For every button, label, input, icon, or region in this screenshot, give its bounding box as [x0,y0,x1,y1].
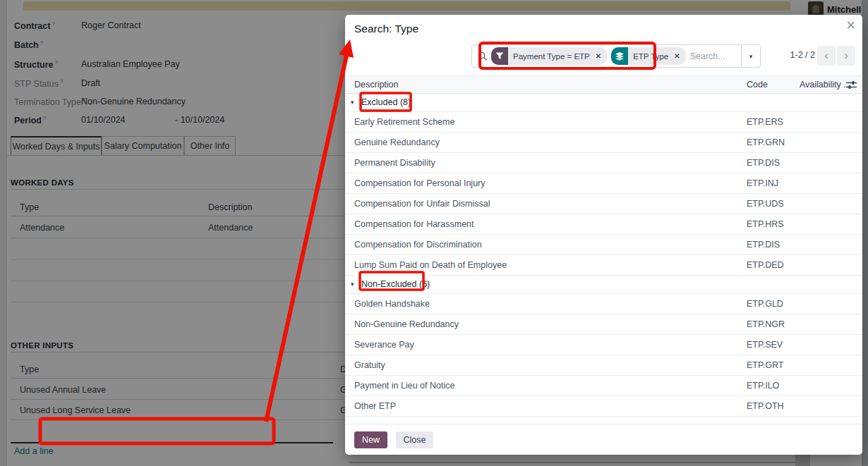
etp-type-row[interactable]: Payment in Lieu of NoticeETP.ILO [345,376,862,396]
row-description: Lump Sum Paid on Death of Employee [354,260,507,270]
dialog-title: Search: Type [354,23,418,35]
etp-type-row[interactable]: Genuine RedundancyETP.GRN [345,133,862,153]
row-code: ETP.SEV [747,340,783,350]
row-code: ETP.DED [747,260,784,270]
pager-next-button[interactable]: › [837,46,855,66]
row-description: Permanent Disability [354,158,435,168]
close-button[interactable]: Close [396,431,434,448]
row-code: ETP.ERS [747,117,783,127]
row-code: ETP.GRT [747,360,783,370]
row-code: ETP.HRS [747,219,784,229]
search-input[interactable]: Payment Type = ETP ✕ ETP Type ✕ Search..… [471,44,761,68]
screen: Mitchell A Contract? Roger Contract Batc… [0,0,868,466]
etp-type-row[interactable]: Compensation for DiscriminationETP.DIS [345,235,862,255]
etp-type-row[interactable]: Compensation for Personal InjuryETP.INJ [345,173,862,194]
row-description: Severance Pay [354,340,414,350]
row-code: ETP.DIS [747,240,780,250]
search-type-dialog: Search: Type × Payment Type = ETP ✕ ETP … [345,15,862,455]
pager-previous-button[interactable]: ‹ [817,46,836,66]
row-description: Early Retirement Scheme [354,117,454,127]
row-code: ETP.GRN [747,137,785,147]
filter-icon [491,47,508,65]
caret-down-icon: ▾ [351,281,354,288]
facet-label: ETP Type [628,52,673,61]
etp-type-row[interactable]: Compensation for Unfair DismissalETP.UDS [345,194,862,214]
facet-label: Payment Type = ETP [508,52,595,61]
etp-type-row[interactable]: Lump Sum Paid on Death of EmployeeETP.DE… [345,255,862,276]
pager-range: 1-2 / 2 [768,50,815,60]
etp-type-row[interactable]: Other ETPETP.OTH [345,396,862,417]
etp-type-row[interactable]: GratuityETP.GRT [345,355,862,376]
etp-type-row[interactable]: Compensation for HarassmentETP.HRS [345,214,862,235]
search-placeholder: Search... [690,51,741,61]
etp-type-row[interactable]: Severance PayETP.SEV [345,335,862,355]
row-code: ETP.GLD [747,299,783,309]
etp-type-row[interactable]: Golden HandshakeETP.GLD [345,294,862,314]
chevron-down-icon: ▾ [749,53,753,60]
group-label: Non-Excluded (6) [361,279,430,289]
optional-columns-icon[interactable] [846,80,857,90]
row-description: Other ETP [354,401,396,411]
group-by-icon [611,47,628,65]
remove-facet-icon[interactable]: ✕ [595,52,607,60]
row-code: ETP.ILO [747,381,779,391]
group-row[interactable]: ▾Excluded (8) [345,94,862,112]
row-code: ETP.DIS [747,158,780,168]
group-row[interactable]: ▾Non-Excluded (6) [345,276,862,294]
dialog-footer: New Close [345,424,862,455]
new-button[interactable]: New [354,431,387,448]
search-dropdown-toggle[interactable]: ▾ [741,45,760,67]
etp-type-row[interactable]: Permanent DisabilityETP.DIS [345,153,862,173]
row-description: Golden Handshake [354,299,430,309]
etp-type-row[interactable]: Non-Genuine RedundancyETP.NGR [345,314,862,335]
column-availability[interactable]: Availability ... [800,80,851,90]
facet-etp-type[interactable]: ETP Type ✕ [611,47,685,65]
row-description: Non-Genuine Redundancy [354,319,459,329]
etp-type-row[interactable]: Early Retirement SchemeETP.ERS [345,112,862,133]
row-description: Compensation for Discrimination [354,240,482,250]
row-description: Compensation for Unfair Dismissal [354,199,490,209]
remove-facet-icon[interactable]: ✕ [673,52,685,60]
column-code[interactable]: Code [747,80,768,90]
caret-down-icon: ▾ [351,99,354,106]
row-description: Compensation for Harassment [354,219,474,229]
row-description: Genuine Redundancy [354,137,440,147]
row-description: Gratuity [354,360,385,370]
row-code: ETP.INJ [747,178,778,188]
table-header: Description Code Availability ... [345,75,862,94]
row-code: ETP.NGR [747,319,785,329]
row-description: Payment in Lieu of Notice [354,381,454,391]
modal-table-body: ▾Excluded (8)Early Retirement SchemeETP.… [345,94,862,417]
column-description[interactable]: Description [354,80,399,90]
group-label: Excluded (8) [361,97,411,107]
close-icon[interactable]: × [846,18,855,33]
row-code: ETP.UDS [747,199,784,209]
facet-payment-type[interactable]: Payment Type = ETP ✕ [491,47,607,65]
search-icon [478,51,488,61]
row-description: Compensation for Personal Injury [354,178,486,188]
row-code: ETP.OTH [747,401,784,411]
